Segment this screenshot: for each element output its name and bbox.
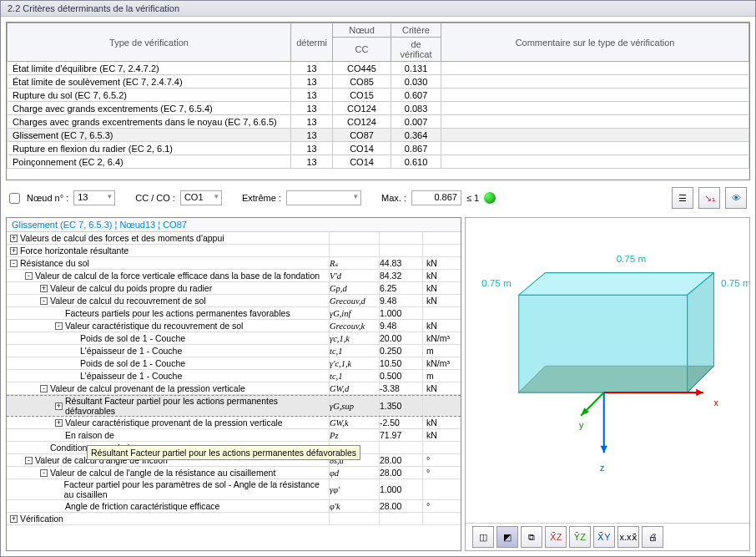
detail-row[interactable]: Facteur partiel pour les paramètres de s… [7,479,461,500]
tree-toggle-icon[interactable]: - [55,322,63,330]
svg-marker-1 [519,295,688,392]
col-crit-grp: Critère [391,23,441,38]
view-xz-button[interactable]: X̄Z [545,526,567,548]
tree-toggle-icon[interactable]: + [55,419,63,427]
detail-row[interactable]: Angle de friction caractéristique effica… [7,500,461,513]
detail-row[interactable]: +Force horizontale résultante [7,245,461,257]
view-yz-button[interactable]: ȲZ [569,526,591,548]
col-type: Type de vérification [8,23,291,62]
detail-row[interactable]: +Valeur caractéristique provenant de la … [7,417,461,429]
model-svg: 0.75 m 0.75 m 0.75 m x y z [466,218,749,523]
view-button[interactable]: 👁 [725,187,747,209]
col-cc: CC [333,38,391,62]
view-persp-button[interactable]: ⧉ [521,526,542,548]
extreme-combo[interactable] [286,190,361,205]
detail-row[interactable]: -Résistance du solRₛ44.83kN [7,257,461,270]
lower-area: Glissement (EC 7, 6.5.3) ¦ Nœud13 ¦ CO87… [1,217,755,556]
viewer-toolbar: ◫ ◩ ⧉ X̄Z ȲZ X̄Y x.xx̄ 🖨 [466,523,749,550]
detail-row[interactable]: +Valeur de calcul du poids propre du rad… [7,282,461,295]
max-cond: ≤ 1 [466,193,479,203]
viewer-canvas[interactable]: 0.75 m 0.75 m 0.75 m x y z [466,218,749,523]
detail-row[interactable]: En raison dePz71.97kN [7,429,461,442]
tree-toggle-icon[interactable]: + [40,285,48,292]
criteria-table: Type de vérification détermi Nœud Critèr… [7,23,749,169]
noeud-label: Nœud n° : [27,193,68,203]
panel-title: 2.2 Critères déterminants de la vérifica… [1,1,755,17]
max-value: 0.867 [411,190,461,205]
detail-row[interactable]: -Valeur de calcul du recouvrement de sol… [7,295,461,307]
detail-panel: Glissement (EC 7, 6.5.3) ¦ Nœud13 ¦ CO87… [6,217,461,551]
extreme-label: Extrême : [242,193,281,203]
tree-toggle-icon[interactable]: - [25,272,33,280]
svg-text:x: x [714,397,719,408]
svg-marker-5 [696,389,703,397]
view-xy-button[interactable]: X̄Y [593,526,615,548]
table-row[interactable]: Poinçonnement (EC 2, 6.4)13CO140.610 [8,155,749,169]
table-row[interactable]: Rupture en flexion du radier (EC 2, 6.1)… [8,142,749,155]
controls-row: Nœud n° : 13 CC / CO : CO1 Extrême : Max… [6,180,750,212]
table-row[interactable]: Charge avec grands excentrements (EC 7, … [8,102,749,115]
status-ok-icon [484,192,496,204]
detail-row[interactable]: L'épaisseur de 1 - Couchetc,10.500m [7,370,461,382]
ccco-combo[interactable]: CO1 [180,190,222,205]
goto-button[interactable]: ↘₁ [698,187,720,209]
detail-row[interactable]: -Valeur de calcul de la force verticale … [7,270,461,282]
noeud-combo[interactable]: 13 [73,190,115,205]
detail-row[interactable]: Facteurs partiels pour les actions perma… [7,307,461,320]
detail-title: Glissement (EC 7, 6.5.3) ¦ Nœud13 ¦ CO87 [7,218,461,232]
svg-text:y: y [579,420,584,430]
detail-row[interactable]: +Résultant Facteur partiel pour les acti… [7,395,461,417]
filter-button[interactable]: ☰ [672,187,693,209]
col-crit: de vérificat [391,38,441,62]
col-det: détermi [291,23,333,62]
view-iso1-button[interactable]: ◫ [472,526,494,548]
detail-row[interactable]: Poids de sol de 1 - Coucheγ'c,1,k10.50kN… [7,357,461,370]
tree-toggle-icon[interactable]: - [40,385,48,392]
table-row[interactable]: État limite de soulèvement (EC 7, 2.4.7.… [8,75,749,89]
detail-body[interactable]: +Valeurs de calcul des forces et des mom… [7,232,461,550]
tree-toggle-icon[interactable]: + [55,403,63,410]
col-noeud-grp: Nœud [333,23,391,38]
detail-row[interactable]: -Valeur de calcul de l'angle de la résis… [7,467,461,479]
detail-row[interactable]: +Vérification [7,513,461,525]
detail-row[interactable]: Poids de sol de 1 - Coucheγc,1,k20.00kN/… [7,332,461,345]
tree-toggle-icon[interactable]: + [10,235,18,242]
tree-toggle-icon[interactable]: - [10,260,18,267]
tree-toggle-icon[interactable]: - [40,469,48,477]
svg-marker-2 [519,273,714,296]
svg-text:z: z [600,463,604,473]
table-row[interactable]: Glissement (EC 7, 6.5.3)13CO870.364 [8,129,749,142]
detail-row[interactable]: -Valeur caractéristique du recouvrement … [7,320,461,332]
max-label: Max. : [381,193,406,203]
col-comment: Commentaire sur le type de vérification [441,23,749,62]
top-panel: Type de vérification détermi Nœud Critèr… [1,17,755,217]
viewer-panel: 0.75 m 0.75 m 0.75 m x y z ◫ ◩ ⧉ X̄Z ȲZ … [465,217,750,551]
tree-toggle-icon[interactable]: - [40,297,48,305]
tree-toggle-icon[interactable]: - [25,457,33,464]
table-row[interactable]: Rupture du sol (EC 7, 6.5.2)13CO150.607 [8,89,749,102]
svg-text:0.75 m: 0.75 m [617,253,647,264]
detail-row[interactable]: +Valeurs de calcul des forces et des mom… [7,232,461,245]
tooltip: Résultant Facteur partiel pour les actio… [87,445,360,460]
print-button[interactable]: 🖨 [642,526,663,548]
view-xxx-button[interactable]: x.xx̄ [617,526,639,548]
detail-row[interactable]: L'épaisseur de 1 - Couchetc,10.250m [7,345,461,357]
tree-toggle-icon[interactable]: + [10,515,18,523]
svg-marker-9 [601,446,608,453]
svg-text:0.75 m: 0.75 m [481,277,512,288]
svg-text:0.75 m: 0.75 m [721,277,749,288]
view-iso2-button[interactable]: ◩ [496,526,518,548]
noeud-checkbox[interactable] [9,193,20,204]
detail-row[interactable]: -Valeur de calcul provenant de la pressi… [7,382,461,395]
table-row[interactable]: État limite d'équilibre (EC 7, 2.4.7.2)1… [8,62,749,75]
criteria-table-wrap: Type de vérification détermi Nœud Critèr… [6,22,750,180]
ccco-label: CC / CO : [135,193,175,203]
tree-toggle-icon[interactable]: + [10,247,18,255]
table-row[interactable]: Charges avec grands excentrements dans l… [8,115,749,129]
